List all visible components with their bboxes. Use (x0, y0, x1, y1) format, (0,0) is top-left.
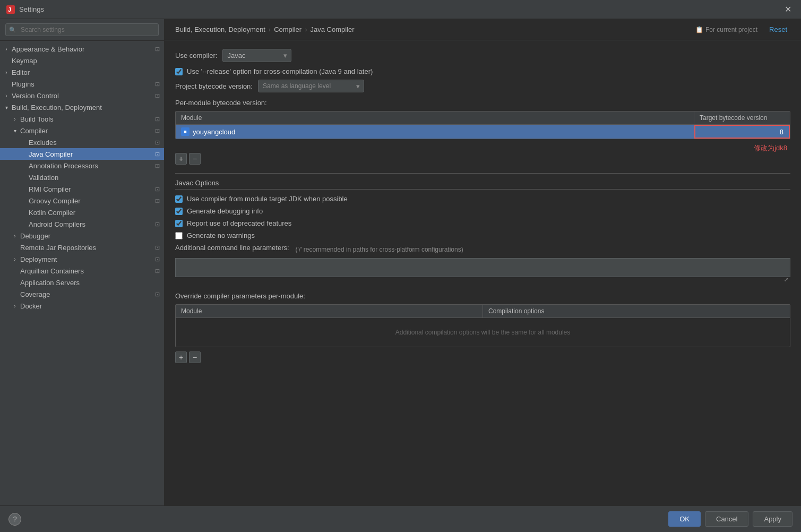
cmd-input[interactable] (175, 258, 790, 277)
bytecode-select-wrapper: Same as language level 8 11 17 ▾ (258, 80, 364, 92)
add-override-button[interactable]: + (175, 351, 187, 363)
spacer (19, 173, 28, 182)
copy-icon: ⊡ (155, 162, 160, 169)
sidebar-item-java-compiler[interactable]: Java Compiler⊡ (0, 148, 164, 160)
copy-icon: ⊡ (155, 46, 160, 53)
window-title: Settings (19, 5, 44, 13)
sidebar-item-label: Appearance & Behavior (12, 45, 84, 53)
sidebar-item-remote-jar[interactable]: Remote Jar Repositories⊡ (0, 242, 164, 253)
sidebar-item-coverage[interactable]: Coverage⊡ (0, 288, 164, 300)
copy-icon: ⊡ (155, 268, 160, 274)
breadcrumb-bar: Build, Execution, Deployment › Compiler … (165, 19, 801, 40)
cancel-button[interactable]: Cancel (705, 511, 748, 527)
sidebar-item-label: Docker (20, 302, 42, 310)
arrow-icon: ▾ (11, 126, 19, 135)
use-compiler-from-module-checkbox[interactable] (175, 195, 183, 203)
spacer (19, 150, 28, 158)
generate-debugging-info-label[interactable]: Generate debugging info (187, 207, 263, 215)
sidebar-item-build-exec-deploy[interactable]: ▾Build, Execution, Deployment (0, 101, 164, 113)
no-warnings-checkbox[interactable] (175, 232, 183, 239)
per-module-table: Module Target bytecode version ■ youyang… (175, 111, 790, 139)
sidebar-item-annotation-processors[interactable]: Annotation Processors⊡ (0, 160, 164, 171)
footer-left: ? (8, 513, 21, 526)
footer-right: OK Cancel Apply (668, 511, 793, 527)
cmd-input-wrapper: ⤢ (175, 258, 790, 285)
spacer (19, 138, 28, 147)
project-bytecode-row: Project bytecode version: Same as langua… (175, 80, 790, 92)
search-input[interactable] (5, 23, 159, 36)
sidebar-item-label: RMI Compiler (29, 185, 71, 193)
use-release-checkbox[interactable] (175, 68, 183, 75)
sidebar-item-label: Coverage (20, 290, 50, 298)
sidebar-item-label: Groovy Compiler (29, 197, 81, 205)
help-button[interactable]: ? (8, 513, 21, 526)
sidebar-item-docker[interactable]: ›Docker (0, 300, 164, 312)
ok-button[interactable]: OK (668, 511, 701, 527)
breadcrumb-part-1: Build, Execution, Deployment (175, 25, 265, 33)
module-table-row[interactable]: ■ youyangcloud 8 (176, 125, 790, 139)
copy-icon: ⊡ (155, 151, 160, 158)
breadcrumb-part-2: Compiler (274, 25, 302, 33)
sidebar-item-rmi-compiler[interactable]: RMI Compiler⊡ (0, 183, 164, 195)
project-icon: 📋 (695, 26, 703, 33)
app-icon: J (6, 5, 15, 14)
sidebar-item-label: Editor (12, 68, 30, 76)
spacer (19, 161, 28, 170)
sidebar-item-appearance[interactable]: ›Appearance & Behavior⊡ (0, 43, 164, 55)
breadcrumb-current: Java Compiler (311, 25, 355, 33)
override-table-buttons: + − (175, 351, 790, 363)
use-compiler-row: Use compiler: Javac Eclipse Ajc ▾ (175, 49, 790, 62)
report-deprecated-label[interactable]: Report use of deprecated features (187, 219, 291, 227)
generate-debugging-info-checkbox[interactable] (175, 208, 183, 215)
resize-icon: ⤢ (784, 277, 788, 282)
target-version-cell[interactable]: 8 (694, 125, 790, 139)
spacer (11, 243, 19, 252)
remove-module-button[interactable]: − (189, 153, 201, 165)
sidebar-item-compiler[interactable]: ▾Compiler⊡ (0, 125, 164, 136)
apply-button[interactable]: Apply (753, 511, 793, 527)
sidebar-item-plugins[interactable]: Plugins⊡ (0, 78, 164, 90)
sidebar-item-android-compilers[interactable]: Android Compilers⊡ (0, 218, 164, 230)
copy-icon: ⊡ (155, 186, 160, 193)
javac-checkboxes: Use compiler from module target JDK when… (175, 195, 790, 239)
sidebar-item-application-servers[interactable]: Application Servers (0, 277, 164, 288)
arrow-icon: › (2, 45, 11, 53)
add-module-button[interactable]: + (175, 153, 187, 165)
content-area: Use compiler: Javac Eclipse Ajc ▾ Use '-… (165, 40, 801, 505)
remove-override-button[interactable]: − (189, 351, 201, 363)
sidebar-item-validation[interactable]: Validation (0, 171, 164, 183)
table-header: Module Target bytecode version (176, 111, 790, 125)
cmd-params-hint: ('/' recommended in paths for cross-plat… (296, 246, 463, 253)
per-module-table-buttons: + − (175, 153, 790, 165)
arrow-icon: › (11, 231, 19, 240)
no-warnings-label[interactable]: Generate no warnings (187, 231, 255, 239)
use-compiler-from-module-label[interactable]: Use compiler from module target JDK when… (187, 195, 348, 203)
sidebar-item-editor[interactable]: ›Editor (0, 66, 164, 78)
override-table-header: Module Compilation options (176, 305, 790, 318)
spacer (11, 290, 19, 298)
sidebar-item-keymap[interactable]: Keymap (0, 55, 164, 66)
sidebar-item-excludes[interactable]: Excludes⊡ (0, 136, 164, 148)
target-header: Target bytecode version (694, 111, 790, 124)
close-button[interactable]: ✕ (781, 3, 795, 15)
arrow-icon: › (2, 91, 11, 100)
javac-options-title: Javac Options (175, 179, 790, 190)
sidebar-item-kotlin-compiler[interactable]: Kotlin Compiler (0, 207, 164, 218)
use-release-label[interactable]: Use '--release' option for cross-compila… (187, 67, 373, 75)
sidebar-item-version-control[interactable]: ›Version Control⊡ (0, 90, 164, 101)
titlebar-left: J Settings (6, 5, 44, 14)
sidebar-item-label: Version Control (12, 92, 59, 100)
compiler-select[interactable]: Javac Eclipse Ajc (222, 49, 291, 62)
report-deprecated-checkbox[interactable] (175, 220, 183, 227)
bytecode-version-select[interactable]: Same as language level 8 11 17 (258, 80, 364, 92)
copy-icon: ⊡ (155, 81, 160, 88)
sidebar-item-arquillian[interactable]: Arquillian Containers⊡ (0, 265, 164, 277)
sidebar-item-deployment[interactable]: ›Deployment⊡ (0, 253, 164, 265)
sidebar-item-debugger[interactable]: ›Debugger (0, 230, 164, 242)
sidebar-item-groovy-compiler[interactable]: Groovy Compiler⊡ (0, 195, 164, 207)
spacer (19, 196, 28, 205)
reset-button[interactable]: Reset (766, 24, 790, 35)
sidebar-item-label: Keymap (12, 57, 37, 65)
red-annotation: 修改为jdk8 (175, 143, 787, 153)
sidebar-item-build-tools[interactable]: ›Build Tools⊡ (0, 113, 164, 125)
